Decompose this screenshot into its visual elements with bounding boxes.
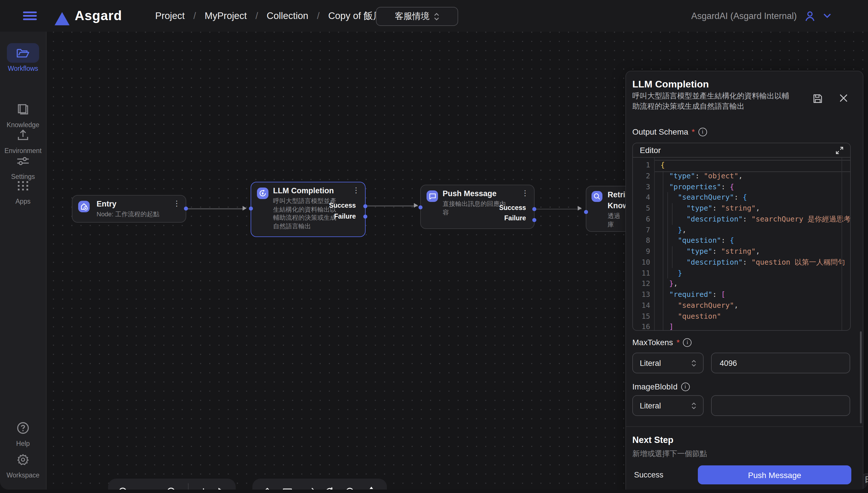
image-blob-input[interactable] [711,395,850,416]
push-input-port[interactable] [418,205,422,209]
folder-icon [16,47,30,59]
search-node-tool-icon[interactable] [345,487,356,490]
chevron-updown-icon [691,402,696,409]
chevron-down-icon [823,13,831,18]
sidebar-label: Workspace [7,472,40,479]
port-label-failure: Failure [492,215,526,221]
sliders-icon [16,156,30,166]
left-sidebar: Workflows Knowledge Environment Settings [0,31,47,490]
message-node-tool-icon[interactable] [282,487,294,490]
node-menu-icon[interactable]: ⋮ [352,187,360,194]
chevron-updown-icon [434,13,439,20]
retrieve-input-port[interactable] [584,210,588,214]
drawer-char-2: 執 [865,485,868,490]
help-circle-icon [17,422,29,434]
push-failure-port[interactable] [532,218,536,222]
success-row-label: Success [634,471,663,479]
node-llm-completion[interactable]: LLM Completion 呼叫大型語言模型並產生結構化的資料輸出以輔助流程的… [251,182,366,237]
zoom-in-icon[interactable] [166,487,178,490]
image-blob-label: ImageBlobId i [632,382,689,391]
chevron-updown-icon [691,359,696,367]
edge-arrow-icon [578,206,582,211]
panel-description: 呼叫大型語言模型並產生結構化的資料輸出以輔助流程的決策或生成自然語言輸出 [632,91,792,111]
breadcrumb-myproject[interactable]: MyProject [205,10,247,21]
zoom-out-icon[interactable] [118,487,129,490]
entry-output-port[interactable] [184,207,188,211]
editor-code[interactable]: { "type": "object", "properties": { "sea… [661,160,850,331]
info-icon[interactable]: i [698,127,707,136]
llm-input-port[interactable] [249,207,253,211]
hamburger-menu-icon[interactable] [23,12,37,21]
sidebar-label: Workflows [8,65,38,72]
upload-icon [17,129,29,141]
port-label-success: Success [321,202,356,209]
image-blob-mode-select[interactable]: Literal [632,395,704,416]
max-tokens-mode-select[interactable]: Literal [632,352,704,373]
node-menu-icon[interactable]: ⋮ [521,190,529,197]
node-palette-toolbar [252,479,387,490]
llm-success-port[interactable] [363,204,367,208]
edge-arrow-icon [243,206,247,210]
info-icon[interactable]: i [681,382,689,391]
app-root: Asgard Project / MyProject / Collection … [0,0,868,493]
info-icon[interactable]: i [683,338,692,347]
llm-failure-port[interactable] [363,215,367,219]
scenario-selector[interactable]: 客服情境 [376,7,458,26]
port-label-failure: Failure [321,213,356,220]
llm-node-tool-icon[interactable] [324,487,336,490]
sidebar-item-environment[interactable]: Environment [0,125,46,154]
workspace-shell: Workflows Knowledge Environment Settings [0,31,868,490]
asgard-logo-icon [54,12,70,25]
entry-node-icon [78,201,90,212]
sidebar-label: Apps [16,198,30,205]
close-icon[interactable] [839,94,848,102]
push-success-port[interactable] [532,207,536,211]
port-label-success: Success [492,204,526,211]
sidebar-item-apps[interactable]: Apps [0,176,46,205]
user-icon [804,9,816,22]
max-tokens-input[interactable]: 4096 [711,352,850,373]
sidebar-label: Help [16,440,30,447]
schema-editor[interactable]: Editor 1234567891011121314151617 { "type… [632,143,851,331]
sidebar-item-knowledge[interactable]: Knowledge [0,100,46,128]
brand-name: Asgard [75,8,122,24]
node-entry[interactable]: Entry Node: 工作流程的起點 ⋮ [72,195,186,222]
edge-entry-to-llm [187,208,245,209]
breadcrumb: Project / MyProject / Collection / Copy … [155,0,396,31]
add-node-icon[interactable] [198,487,208,490]
llm-node-icon [257,188,269,199]
node-title: LLM Completion [273,186,334,195]
node-title-line1: Retri [608,190,625,199]
save-icon[interactable] [813,94,823,104]
sidebar-item-settings[interactable]: Settings [0,151,46,180]
zoom-level: 78% [139,488,157,490]
edge-arrow-icon [414,203,418,207]
run-workflow-icon[interactable] [219,488,226,490]
account-area[interactable]: AsgardAI (Asgard Internal) [691,0,831,31]
breadcrumb-project[interactable]: Project [155,10,185,21]
panel-title: LLM Completion [632,79,709,90]
drawer-char-1: 日 [865,474,868,485]
book-icon [17,104,29,115]
editor-scrollbar[interactable] [842,158,842,330]
switch-node-tool-icon[interactable] [302,487,315,490]
node-menu-icon[interactable]: ⋮ [173,200,181,207]
editor-gutter: 1234567891011121314151617 [633,160,650,331]
sidebar-item-workspace[interactable]: Workspace [0,450,46,479]
breadcrumb-collection[interactable]: Collection [267,10,309,21]
expand-icon[interactable] [836,146,843,154]
sidebar-item-help[interactable]: Help [0,418,46,447]
node-title: Push Message [442,189,497,198]
success-target-button[interactable]: Push Message [698,465,851,485]
entry-node-tool-icon[interactable] [261,487,273,490]
node-title: Entry [96,200,116,208]
top-navbar: Asgard Project / MyProject / Collection … [0,0,868,31]
sidebar-item-workflows[interactable]: Workflows [0,43,46,72]
node-config-panel: LLM Completion 呼叫大型語言模型並產生結構化的資料輸出以輔助流程的… [625,71,863,490]
max-tokens-label: MaxTokens* i [632,338,692,347]
node-subtitle: Node: 工作流程的起點 [96,210,160,218]
panel-scrollbar[interactable] [860,331,861,423]
move-tool-icon[interactable] [365,486,378,490]
next-step-subtitle: 新增或選擇下一個節點 [632,449,707,459]
node-push-message[interactable]: Push Message 直接輸出訊息的回應內容 ⋮ Success Failu… [420,185,534,229]
